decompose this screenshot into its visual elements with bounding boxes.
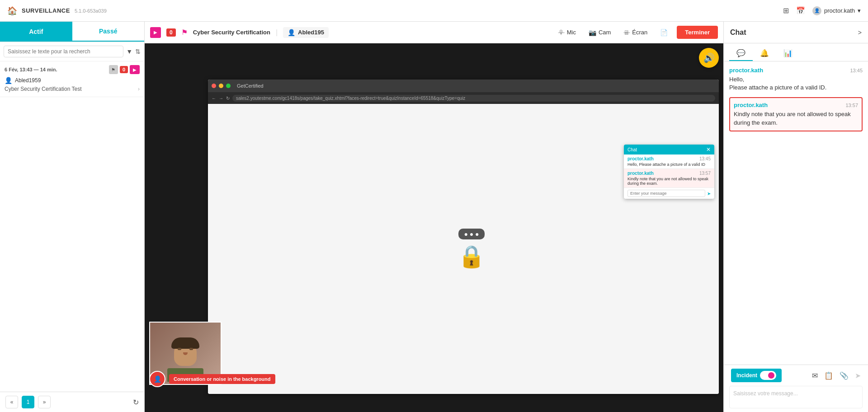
- chat-input-area[interactable]: Saisissez votre message...: [729, 386, 863, 408]
- incident-toggle[interactable]: [760, 371, 776, 380]
- tab-chat-icon[interactable]: 💬: [729, 46, 753, 61]
- browser-window: GetCertified ← → ↻ sales2.youtestme.com/…: [208, 80, 719, 394]
- main-layout: Actif Passé ▼ ⇅ 6 Fév, 13:43 — 14 min. ⚑…: [0, 22, 868, 412]
- divider: |: [276, 28, 278, 37]
- exam-name-label: Cyber Security Certification: [193, 29, 270, 36]
- grid-icon[interactable]: ⊞: [783, 6, 789, 15]
- browser-minimize-dot: [219, 84, 223, 88]
- mini-chat-text-2: Kindly note that you are not allowed to …: [627, 177, 711, 186]
- pagination: « 1 »: [5, 396, 51, 408]
- chat-message-2: proctor.kath 13:57 Kindly note that you …: [729, 97, 863, 131]
- chat-msg-text-2: Kindly note that you are not allowed to …: [734, 110, 858, 126]
- flag-badge: ⚑: [109, 65, 118, 74]
- refresh-icon[interactable]: ↻: [133, 398, 139, 407]
- session-user: 👤 Abled1959: [5, 76, 140, 85]
- sound-button[interactable]: 🔊: [699, 48, 719, 68]
- mini-chat-title: Chat: [627, 147, 637, 152]
- mini-chat-input[interactable]: [627, 190, 705, 197]
- dropdown-icon: ▾: [858, 7, 861, 14]
- chat-sidebar: Chat > 💬 🔔 📊 proctor.kath 13:45 Hello, P…: [723, 22, 868, 412]
- user-icon: 👤: [5, 77, 12, 84]
- home-icon[interactable]: 🏠: [7, 6, 17, 16]
- calendar-icon[interactable]: 📅: [796, 6, 805, 15]
- browser-tab-title: GetCertified: [237, 83, 264, 89]
- video-area: 🔊 GetCertified ← → ↻ s: [145, 43, 723, 412]
- screen-share: 🔊 GetCertified ← → ↻ s: [145, 43, 723, 412]
- session-time: 6 Fév, 13:43 — 14 min.: [5, 67, 57, 72]
- topbar: 🏠 SURVEILLANCE 5.1.0-653a039 ⊞ 📅 👤 proct…: [0, 0, 868, 22]
- topbar-right: ⊞ 📅 👤 proctor.kath ▾: [783, 6, 861, 15]
- send-icon[interactable]: ➤: [707, 191, 711, 196]
- current-page-button[interactable]: 1: [22, 396, 34, 408]
- mini-chat-header: Chat ✕: [624, 145, 714, 154]
- user-menu[interactable]: 👤 proctor.kath ▾: [812, 6, 861, 15]
- mic-button[interactable]: 🎙 Mic: [555, 27, 580, 38]
- incident-button[interactable]: Incident: [731, 369, 782, 382]
- chat-expand-icon[interactable]: >: [858, 29, 862, 36]
- cam-icon: 📷: [589, 29, 596, 36]
- forward-icon[interactable]: →: [219, 96, 223, 101]
- next-page-button[interactable]: »: [38, 396, 51, 408]
- app-version: 5.1.0-653a039: [75, 8, 107, 14]
- mini-chat-input-area: ➤: [624, 188, 714, 199]
- flag-icon[interactable]: ⚑: [181, 28, 188, 37]
- send-button[interactable]: ➤: [855, 371, 861, 380]
- username-label: proctor.kath: [824, 7, 855, 14]
- reload-icon[interactable]: ↻: [226, 96, 230, 101]
- tab-passe[interactable]: Passé: [72, 22, 145, 42]
- action-bar: ▶ 0 ⚑ Cyber Security Certification | 👤 A…: [145, 22, 723, 43]
- tab-stats-icon[interactable]: 📊: [776, 46, 800, 61]
- mini-chat: Chat ✕ proctor.kath 13:45 Hello, Please …: [624, 145, 714, 199]
- count-badge: 0: [120, 66, 128, 73]
- sidebar-footer: « 1 » ↻: [0, 392, 144, 412]
- mini-chat-message-1: proctor.kath 13:45 Hello, Please attache…: [624, 154, 714, 169]
- mini-chat-time-1: 13:45: [699, 156, 711, 161]
- cam-label: Cam: [599, 29, 611, 36]
- mic-label: Mic: [567, 29, 576, 36]
- terminate-button[interactable]: Terminer: [677, 26, 718, 39]
- cam-button[interactable]: 📷 Cam: [585, 27, 614, 38]
- search-input[interactable]: [4, 46, 123, 57]
- session-badges: ⚑ 0 ▶: [109, 65, 140, 74]
- lock-area: ● ● ● 🔒: [458, 229, 485, 269]
- attach-icon[interactable]: 📎: [840, 371, 849, 380]
- alert-avatar: 👤: [149, 371, 165, 387]
- filter-icon[interactable]: ▼: [126, 48, 132, 55]
- screen-icon: 🖥: [623, 29, 630, 36]
- screen-button[interactable]: 🖥 Écran: [620, 27, 651, 38]
- exam-name: Cyber Security Certification Test: [5, 86, 82, 92]
- incident-count-badge: 0: [166, 28, 176, 37]
- clipboard-icon[interactable]: 📋: [824, 371, 833, 380]
- mini-chat-text-1: Hello, Please attache a picture of a val…: [627, 162, 711, 167]
- prev-page-button[interactable]: «: [5, 396, 18, 408]
- chat-msg-time-1: 13:45: [850, 68, 863, 73]
- chat-bottom: Incident ✉ 📋 📎 ➤ Saisissez votre message…: [724, 365, 868, 412]
- url-bar[interactable]: sales2.youtestme.com/gc1418s/pages/take_…: [232, 95, 715, 102]
- session-item[interactable]: 6 Fév, 13:43 — 14 min. ⚑ 0 ▶ 👤 Abled1959…: [0, 61, 144, 97]
- sidebar-tabs: Actif Passé: [0, 22, 144, 42]
- play-badge[interactable]: ▶: [130, 65, 140, 74]
- user-name: Abled195: [298, 29, 324, 36]
- mini-chat-close-icon[interactable]: ✕: [706, 146, 711, 153]
- browser-titlebar: GetCertified: [208, 80, 719, 92]
- incident-label: Incident: [736, 372, 757, 379]
- center-content: ▶ 0 ⚑ Cyber Security Certification | 👤 A…: [145, 22, 723, 412]
- session-exam: Cyber Security Certification Test ›: [5, 85, 140, 93]
- mic-icon: 🎙: [558, 29, 565, 36]
- avatar: 👤: [812, 6, 821, 15]
- document-button[interactable]: 📄: [656, 27, 671, 38]
- email-icon[interactable]: ✉: [812, 371, 818, 380]
- app-title: SURVEILLANCE: [22, 7, 70, 14]
- chat-message-1: proctor.kath 13:45 Hello, Please attache…: [729, 67, 863, 92]
- alert-text: Conversation or noise in the background: [169, 374, 275, 384]
- sidebar-search: ▼ ⇅: [0, 42, 144, 61]
- play-button[interactable]: ▶: [150, 27, 161, 38]
- tab-alerts-icon[interactable]: 🔔: [753, 46, 776, 61]
- chat-title: Chat: [730, 28, 746, 37]
- topbar-left: 🏠 SURVEILLANCE 5.1.0-653a039: [7, 6, 107, 16]
- back-icon[interactable]: ←: [212, 96, 216, 101]
- chat-msg-user-1: proctor.kath: [729, 67, 763, 74]
- tab-actif[interactable]: Actif: [0, 22, 72, 42]
- sort-icon[interactable]: ⇅: [135, 48, 141, 55]
- exam-arrow: ›: [138, 86, 140, 92]
